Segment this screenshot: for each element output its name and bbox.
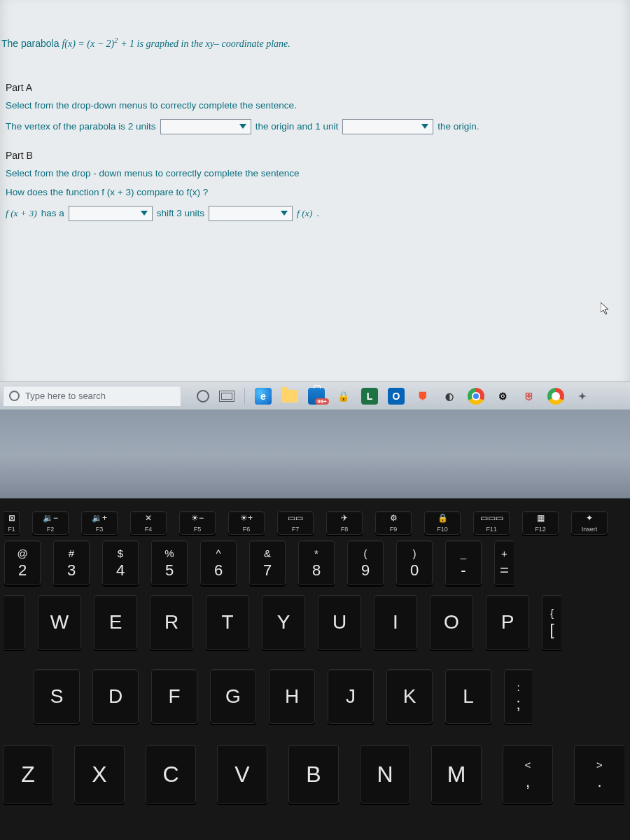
key-k[interactable]: K xyxy=(386,669,433,724)
key-8[interactable]: *8 xyxy=(298,540,335,585)
key-7[interactable]: &7 xyxy=(249,540,286,585)
security-icon[interactable]: ⛨ xyxy=(521,388,538,405)
chevron-down-icon xyxy=(141,211,148,216)
laptop-hinge xyxy=(0,410,630,500)
key-0[interactable]: )0 xyxy=(396,540,433,585)
key-q-edge[interactable] xyxy=(4,595,25,650)
excel-icon[interactable]: L xyxy=(361,388,378,405)
store-icon[interactable]: 99+ xyxy=(308,388,325,405)
key-z[interactable]: Z xyxy=(3,745,53,804)
zxcv-row: Z X C V B N M <, >. xyxy=(0,745,630,804)
key-f5[interactable]: ☀−F5 xyxy=(179,511,216,535)
key-o[interactable]: O xyxy=(430,595,473,650)
key-n[interactable]: N xyxy=(360,745,410,804)
key-s[interactable]: S xyxy=(34,669,80,724)
key-3[interactable]: #3 xyxy=(53,540,90,585)
cortana-icon[interactable] xyxy=(197,390,209,402)
chrome-icon-2[interactable] xyxy=(547,388,564,405)
search-icon xyxy=(9,391,20,401)
key-insert[interactable]: ✦Insert xyxy=(571,511,608,535)
key-f3[interactable]: 🔉+F3 xyxy=(81,511,118,535)
chevron-down-icon xyxy=(239,124,246,129)
key-4[interactable]: $4 xyxy=(102,540,139,585)
search-placeholder: Type here to search xyxy=(25,391,106,401)
key-w[interactable]: W xyxy=(38,595,81,650)
taskbar-icons: e 99+ 🔒 L O ⛊ ◐ ⚙ ⛨ ✦ xyxy=(197,388,591,405)
settings-icon[interactable]: ⚙ xyxy=(494,388,511,405)
part-b-question: How does the function f (x + 3) compare … xyxy=(0,184,630,203)
key-semicolon[interactable]: :; xyxy=(504,669,532,724)
key-f2[interactable]: 🔉−F2 xyxy=(32,511,69,535)
key-f12[interactable]: ▦F12 xyxy=(522,511,559,535)
extension-icon[interactable]: ✦ xyxy=(574,388,591,405)
part-b-instruction: Select from the drop - down menus to cor… xyxy=(0,165,630,184)
key-x[interactable]: X xyxy=(74,745,125,804)
intro-text-pre: The parabola xyxy=(1,38,62,49)
part-a-seg2: the origin and 1 unit xyxy=(255,121,339,132)
pb-sent-pre: f (x + 3) xyxy=(6,208,37,219)
key-m[interactable]: M xyxy=(431,745,482,804)
key-f8[interactable]: ✈F8 xyxy=(326,511,363,535)
pb-sent-fx: f (x) xyxy=(297,208,312,219)
key-f4[interactable]: ✕F4 xyxy=(130,511,167,535)
part-a-instruction: Select from the drop-down menus to corre… xyxy=(0,97,630,116)
intro-func: f(x) = (x − 2) xyxy=(62,38,114,49)
part-a-dropdown-1[interactable] xyxy=(160,119,251,134)
key-g[interactable]: G xyxy=(210,669,256,724)
key-b[interactable]: B xyxy=(288,745,339,804)
key-r[interactable]: R xyxy=(150,595,193,650)
key-j[interactable]: J xyxy=(328,669,374,724)
outlook-icon[interactable]: O xyxy=(388,388,405,405)
pb-sent-dot: . xyxy=(316,208,319,218)
key-t[interactable]: T xyxy=(206,595,249,650)
key-l[interactable]: L xyxy=(445,669,491,724)
key-minus[interactable]: _- xyxy=(445,540,482,585)
brave-icon[interactable]: ⛊ xyxy=(414,388,431,405)
search-input[interactable]: Type here to search xyxy=(3,386,181,407)
key-f[interactable]: F xyxy=(151,669,197,724)
pb-q-math: f (x + 3) xyxy=(102,187,134,197)
keyboard: ⊠F1 🔉−F2 🔉+F3 ✕F4 ☀−F5 ☀+F6 ▭▭F7 ✈F8 ⚙F9… xyxy=(0,498,630,840)
key-v[interactable]: V xyxy=(217,745,267,804)
divider xyxy=(244,388,245,405)
key-y[interactable]: Y xyxy=(262,595,305,650)
key-6[interactable]: ^6 xyxy=(200,540,237,585)
key-5[interactable]: %5 xyxy=(151,540,188,585)
part-a-title: Part A xyxy=(0,62,630,97)
key-f10[interactable]: 🔒F10 xyxy=(424,511,461,535)
key-h[interactable]: H xyxy=(269,669,315,724)
key-e[interactable]: E xyxy=(94,595,137,650)
key-f9[interactable]: ⚙F9 xyxy=(375,511,412,535)
key-bracket-left[interactable]: {[ xyxy=(542,595,561,650)
key-f1[interactable]: ⊠F1 xyxy=(4,511,20,535)
assessment-screen: The parabola f(x) = (x − 2)2 + 1 is grap… xyxy=(0,0,630,396)
part-b-dropdown-2[interactable] xyxy=(209,206,293,221)
part-a-dropdown-2[interactable] xyxy=(342,119,433,134)
key-2[interactable]: @2 xyxy=(4,540,41,585)
key-period[interactable]: >. xyxy=(574,745,624,804)
pb-q-math2: f(x) xyxy=(187,187,201,197)
chrome-icon[interactable] xyxy=(468,388,484,405)
lock-icon[interactable]: 🔒 xyxy=(335,388,351,405)
qwerty-row: W E R T Y U I O P {[ xyxy=(0,595,630,650)
obs-icon[interactable]: ◐ xyxy=(441,388,458,405)
taskbar: Type here to search e 99+ 🔒 L O ⛊ ◐ ⚙ ⛨ … xyxy=(0,382,630,410)
chevron-down-icon xyxy=(421,124,428,129)
part-b-dropdown-1[interactable] xyxy=(69,206,153,221)
taskview-icon[interactable] xyxy=(219,391,234,402)
key-d[interactable]: D xyxy=(92,669,139,724)
intro-exp: 2 xyxy=(114,36,118,44)
key-p[interactable]: P xyxy=(486,595,529,650)
key-f7[interactable]: ▭▭F7 xyxy=(277,511,314,535)
key-f6[interactable]: ☀+F6 xyxy=(228,511,265,535)
key-f11[interactable]: ▭▭▭F11 xyxy=(473,511,510,535)
edge-icon[interactable]: e xyxy=(255,388,272,405)
key-equals[interactable]: += xyxy=(494,540,514,585)
key-u[interactable]: U xyxy=(318,595,361,650)
file-explorer-icon[interactable] xyxy=(281,390,298,402)
key-i[interactable]: I xyxy=(374,595,417,650)
number-row: @2 #3 $4 %5 ^6 &7 *8 (9 )0 _- += xyxy=(0,540,630,585)
key-c[interactable]: C xyxy=(146,745,196,804)
key-9[interactable]: (9 xyxy=(347,540,384,585)
key-comma[interactable]: <, xyxy=(503,745,553,804)
